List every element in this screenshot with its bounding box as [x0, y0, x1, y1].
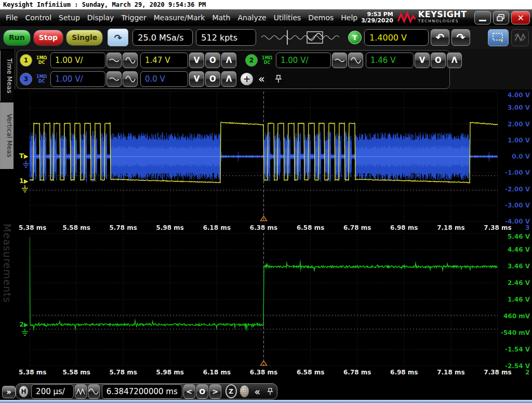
coupling-mode: DC — [38, 79, 45, 84]
tab-time-meas[interactable]: Time Meas — [0, 50, 14, 101]
channel-3-large-wave-button[interactable] — [123, 71, 138, 87]
minimize-button[interactable] — [474, 11, 491, 24]
pin-panel-button[interactable] — [274, 74, 283, 84]
x-tick-label: 5.98 ms — [156, 369, 184, 376]
menu-setup[interactable]: Setup — [55, 11, 84, 24]
horizontal-position-widget[interactable] — [261, 30, 339, 45]
channel-1-offset-down-button[interactable]: V — [189, 53, 204, 68]
channel-1-large-wave-button[interactable] — [123, 53, 138, 68]
channel-2-offset-readout[interactable]: 1.46 V — [366, 53, 414, 68]
expand-hbar-button[interactable]: » — [2, 386, 16, 398]
x-tick-label: 7.38 ms — [484, 369, 511, 376]
channel-1-offset-zero-button[interactable]: O — [205, 53, 220, 68]
channel-3-offset-down-button[interactable]: V — [189, 71, 204, 87]
channel-2-scale-readout[interactable]: 1.00 V/ — [276, 53, 331, 68]
position-right-button[interactable]: > — [209, 384, 221, 399]
menu-control[interactable]: Control — [21, 11, 55, 24]
channel-1-small-wave-button[interactable] — [107, 53, 122, 68]
minimize-icon — [479, 20, 486, 21]
channel-3-small-wave-button[interactable] — [107, 71, 122, 87]
timebase-readout[interactable]: 200 µs/ — [31, 384, 74, 399]
trigger-source-icon[interactable]: T — [348, 31, 362, 44]
channel-2-offset-marker[interactable]: 2▶ — [19, 321, 29, 328]
x-tick-label: 6.18 ms — [203, 224, 231, 231]
channel-3-scale-readout[interactable]: 1.00 V/ — [50, 71, 105, 87]
channel-3-badge[interactable]: 3 — [20, 73, 32, 85]
restore-button[interactable] — [493, 11, 510, 24]
down-icon: V — [419, 56, 425, 65]
channel-3-offset-zero-button[interactable]: O — [205, 71, 220, 87]
channel-1-offset-readout[interactable]: 1.47 V — [140, 53, 188, 68]
channel-2-coupling[interactable]: 1MΩ DC — [260, 56, 274, 65]
channel-3-ground-icon[interactable] — [22, 161, 30, 169]
small-amplitude-icon — [109, 57, 119, 64]
touch-mode-button[interactable]: ↷ — [108, 29, 128, 46]
collapse-panel-button[interactable]: « — [258, 74, 265, 84]
trigger-level-readout[interactable]: 1.4000 V — [364, 29, 429, 46]
collapse-hbar-button[interactable]: « — [254, 386, 260, 397]
channel-3-coupling[interactable]: 1MΩ DC — [35, 74, 48, 84]
waveform-tool-button-disabled[interactable] — [511, 29, 529, 46]
position-left-button[interactable]: < — [183, 384, 195, 399]
trigger-marker-label: T — [19, 152, 24, 160]
zoom-out-time-button[interactable] — [75, 384, 87, 399]
dotted-columns-icon — [241, 387, 248, 396]
expanded-wave-icon — [88, 387, 99, 396]
undo-button[interactable]: ↶ — [431, 29, 449, 46]
channel-2-small-wave-button[interactable] — [332, 53, 347, 68]
channel-2-offset-down-button[interactable]: V — [415, 53, 430, 68]
close-icon: ✕ — [517, 13, 524, 23]
menu-analyze[interactable]: Analyze — [234, 11, 270, 24]
y-tick-label: 4.46 V — [495, 246, 530, 253]
add-channel-button[interactable]: + — [241, 73, 253, 85]
stop-button[interactable]: Stop — [33, 30, 63, 46]
menu-measure-mark[interactable]: Measure/Mark — [150, 11, 209, 24]
channel-1-offset-marker[interactable]: 1▶ — [19, 177, 29, 185]
trigger-level-marker[interactable]: T▶ — [19, 152, 28, 160]
channel-3-offset-up-button[interactable]: Λ — [221, 71, 236, 87]
large-amplitude-icon — [125, 55, 136, 66]
grid-intensity-button[interactable] — [240, 385, 249, 397]
channel-3-offset-readout[interactable]: 0.0 V — [140, 71, 188, 87]
channel-1-badge[interactable]: 1 — [20, 54, 32, 67]
redo-button[interactable]: ↷ — [451, 29, 470, 46]
horizontal-icon[interactable]: H — [19, 386, 28, 397]
run-button[interactable]: Run — [3, 30, 31, 46]
zoom-in-time-button[interactable] — [88, 384, 100, 399]
pin-hbar-button[interactable] — [267, 387, 274, 396]
menu-demos[interactable]: Demos — [304, 11, 337, 24]
main-waveform-grid[interactable] — [30, 92, 498, 222]
large-amplitude-icon — [125, 74, 136, 84]
horizontal-position-readout[interactable]: 6.3847200000 ms — [102, 384, 182, 399]
region-select-button[interactable] — [488, 29, 509, 46]
channel-2-large-wave-button[interactable] — [348, 53, 363, 68]
second-waveform-grid[interactable] — [30, 233, 498, 366]
menu-file[interactable]: File — [2, 11, 21, 24]
channel-2-offset-up-button[interactable]: Λ — [447, 53, 462, 68]
y-tick-label: 460 mV — [495, 313, 530, 320]
memory-depth-readout[interactable]: 512 kpts — [196, 29, 256, 46]
menu-help[interactable]: Help — [337, 11, 361, 24]
zoom-mode-button[interactable]: Z — [225, 384, 237, 398]
channel-1-ground-icon[interactable] — [21, 185, 29, 193]
menu-display[interactable]: Display — [84, 11, 118, 24]
menu-trigger[interactable]: Trigger — [117, 11, 150, 24]
menu-math[interactable]: Math — [208, 11, 234, 24]
channel-1-offset-up-button[interactable]: Λ — [221, 53, 236, 68]
channel-1-coupling[interactable]: 1MΩ DC — [35, 56, 48, 65]
channel-2-ground-icon[interactable] — [21, 329, 29, 337]
channel-2-badge[interactable]: 2 — [245, 54, 258, 67]
channel-2-offset-zero-button[interactable]: O — [431, 53, 446, 68]
channel-1-scale-readout[interactable]: 1.00 V/ — [50, 53, 105, 68]
position-zero-button[interactable]: O — [196, 384, 208, 399]
y-tick-label: -1.00 V — [495, 169, 530, 176]
waveform-arrows-icon — [514, 32, 526, 43]
single-button[interactable]: Single — [66, 30, 103, 46]
menu-utilities[interactable]: Utilities — [270, 11, 305, 24]
x-tick-label: 6.78 ms — [343, 369, 371, 376]
sample-rate-readout[interactable]: 25.0 MSa/s — [132, 29, 193, 46]
tab-vertical-meas[interactable]: Vertical Meas — [0, 102, 14, 169]
large-amplitude-icon — [351, 55, 361, 66]
y-tick-label: -2.54 V — [495, 362, 530, 370]
close-button[interactable]: ✕ — [511, 11, 530, 24]
